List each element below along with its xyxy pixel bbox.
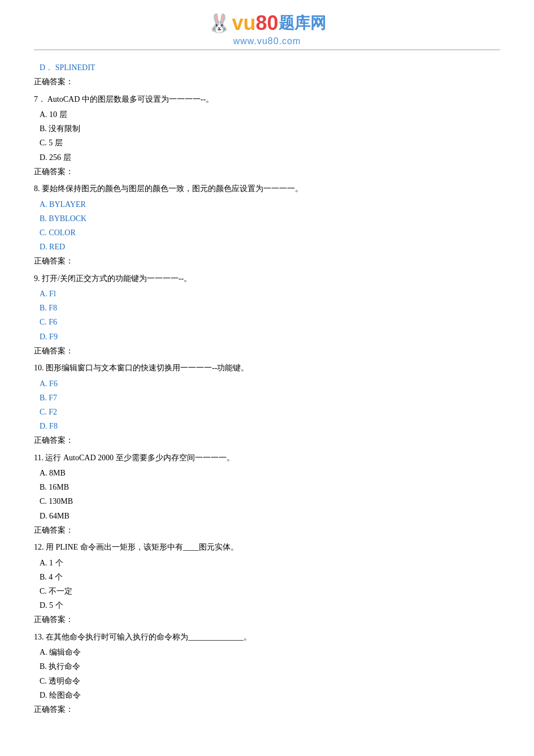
question-8-header: 8. 要始终保持图元的颜色与图层的颜色一致，图元的颜色应设置为一一一一。 <box>34 183 500 195</box>
logo-wang: 网 <box>310 12 326 34</box>
question-8-answer: 正确答案： <box>34 255 500 267</box>
question-9-num: 9. <box>34 274 42 283</box>
question-9-option-b: B. F8 <box>40 301 500 315</box>
question-7-text: AutoCAD 中的图层数最多可设置为一一一一--。 <box>47 95 214 103</box>
question-8-option-a: A. BYLAYER <box>40 197 500 211</box>
question-13-num: 13. <box>34 633 46 641</box>
question-10: 10. 图形编辑窗口与文本窗口的快速切换用一一一一--功能键。 A. F6 B.… <box>34 362 500 447</box>
question-8-option-b: B. BYBLOCK <box>40 211 500 226</box>
prev-option-d: D． SPLINEDIT 正确答案： <box>34 61 500 89</box>
question-11-num: 11. <box>34 453 45 462</box>
question-10-header: 10. 图形编辑窗口与文本窗口的快速切换用一一一一--功能键。 <box>34 362 500 374</box>
question-13-option-c: C. 透明命令 <box>40 674 500 688</box>
question-7-option-d: D. 256 层 <box>40 150 500 165</box>
question-8: 8. 要始终保持图元的颜色与图层的颜色一致，图元的颜色应设置为一一一一。 A. … <box>34 183 500 268</box>
question-13-option-a: A. 编辑命令 <box>40 645 500 659</box>
question-11-option-c: C. 130MB <box>40 494 500 508</box>
logo-80: 80 <box>255 11 278 35</box>
question-10-option-c: C. F2 <box>40 405 500 419</box>
question-8-text: 要始终保持图元的颜色与图层的颜色一致，图元的颜色应设置为一一一一。 <box>42 184 303 193</box>
question-7-num: 7． <box>34 95 46 103</box>
question-13-option-b: B. 执行命令 <box>40 659 500 673</box>
question-12-option-b: B. 4 个 <box>40 570 500 584</box>
question-9-answer: 正确答案： <box>34 345 500 357</box>
question-9: 9. 打开/关闭正交方式的功能键为一一一一--。 A. Fl B. F8 C. … <box>34 273 500 358</box>
question-12-option-c: C. 不一定 <box>40 584 500 598</box>
question-11-text: 运行 AutoCAD 2000 至少需要多少内存空间一一一一。 <box>45 453 234 462</box>
page-container: 🐰 vu 80 题 库 网 www.vu80.com D． SPLINEDIT … <box>0 0 534 732</box>
logo-ti: 题 <box>279 12 294 34</box>
option-d-splinedit: D． SPLINEDIT <box>40 61 500 75</box>
question-12-header: 12. 用 PLINE 命令画出一矩形，该矩形中有____图元实体。 <box>34 541 500 554</box>
question-9-text: 打开/关闭正交方式的功能键为一一一一--。 <box>42 274 192 283</box>
question-8-option-c: C. COLOR <box>40 226 500 240</box>
question-12: 12. 用 PLINE 命令画出一矩形，该矩形中有____图元实体。 A. 1 … <box>34 541 500 627</box>
question-10-option-a: A. F6 <box>40 377 500 391</box>
question-10-text: 图形编辑窗口与文本窗口的快速切换用一一一一--功能键。 <box>46 364 249 372</box>
question-13-answer: 正确答案： <box>34 703 500 716</box>
question-11-option-d: D. 64MB <box>40 509 500 523</box>
question-10-answer: 正确答案： <box>34 434 500 447</box>
question-13-option-d: D. 绘图命令 <box>40 688 500 702</box>
question-11-header: 11. 运行 AutoCAD 2000 至少需要多少内存空间一一一一。 <box>34 452 500 464</box>
question-12-text: 用 PLINE 命令画出一矩形，该矩形中有____图元实体。 <box>46 543 238 551</box>
question-12-num: 12. <box>34 543 46 551</box>
question-11-option-a: A. 8MB <box>40 466 500 480</box>
question-12-answer: 正确答案： <box>34 614 500 626</box>
logo-area: 🐰 vu 80 题 库 网 www.vu80.com <box>34 6 500 50</box>
question-9-option-c: C. F6 <box>40 315 500 329</box>
question-12-option-d: D. 5 个 <box>40 598 500 612</box>
content-area: D． SPLINEDIT 正确答案： 7． AutoCAD 中的图层数最多可设置… <box>34 56 500 716</box>
question-11-answer: 正确答案： <box>34 524 500 537</box>
option-label-d: D． <box>40 63 53 72</box>
logo-url: www.vu80.com <box>34 36 500 46</box>
question-8-option-d: D. RED <box>40 240 500 254</box>
question-7-option-a: A. 10 层 <box>40 107 500 122</box>
question-7-header: 7． AutoCAD 中的图层数最多可设置为一一一一--。 <box>34 93 500 106</box>
question-9-option-d: D. F9 <box>40 330 500 344</box>
question-10-option-d: D. F8 <box>40 419 500 433</box>
question-13-header: 13. 在其他命令执行时可输入执行的命令称为______________。 <box>34 631 500 643</box>
question-8-num: 8. <box>34 184 42 193</box>
question-7: 7． AutoCAD 中的图层数最多可设置为一一一一--。 A. 10 层 B.… <box>34 93 500 179</box>
question-11-option-b: B. 16MB <box>40 480 500 494</box>
question-7-option-c: C. 5 层 <box>40 136 500 150</box>
question-13: 13. 在其他命令执行时可输入执行的命令称为______________。 A.… <box>34 631 500 716</box>
question-9-option-a: A. Fl <box>40 287 500 301</box>
logo-image: 🐰 vu 80 题 库 网 <box>208 11 325 35</box>
question-10-num: 10. <box>34 364 46 372</box>
correct-answer-prev: 正确答案： <box>34 76 500 88</box>
question-13-text: 在其他命令执行时可输入执行的命令称为______________。 <box>46 633 251 641</box>
question-12-option-a: A. 1 个 <box>40 556 500 570</box>
question-10-option-b: B. F7 <box>40 391 500 405</box>
option-text-splinedit: SPLINEDIT <box>55 63 95 72</box>
rabbit-icon: 🐰 <box>208 12 231 34</box>
question-7-option-b: B. 没有限制 <box>40 122 500 136</box>
logo-vu: vu <box>232 11 255 35</box>
logo-ku: 库 <box>294 12 310 34</box>
question-11: 11. 运行 AutoCAD 2000 至少需要多少内存空间一一一一。 A. 8… <box>34 452 500 537</box>
question-7-answer: 正确答案： <box>34 166 500 178</box>
question-9-header: 9. 打开/关闭正交方式的功能键为一一一一--。 <box>34 273 500 285</box>
